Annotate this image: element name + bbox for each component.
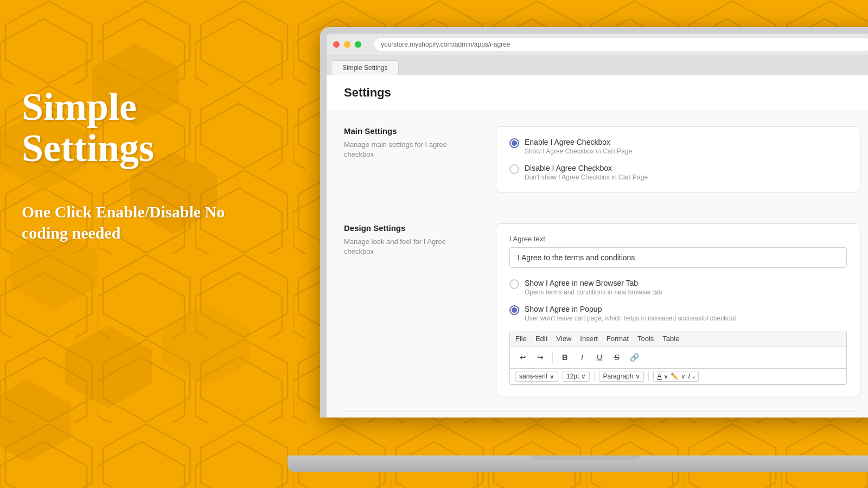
- minimize-dot[interactable]: [344, 41, 350, 48]
- popup-text: Show I Agree in Popup User won't leave c…: [525, 305, 736, 322]
- popup-label: Show I Agree in Popup: [525, 305, 736, 313]
- popup-sublabel: User won't leave cart page, which helps …: [525, 314, 736, 322]
- disable-label: Disable I Agree Checkbox: [525, 164, 648, 172]
- menu-tools[interactable]: Tools: [637, 333, 654, 344]
- editor-menubar: File Edit View Insert Format Tools Table: [510, 331, 846, 346]
- close-dot[interactable]: [333, 41, 340, 48]
- enable-radio[interactable]: [509, 138, 519, 148]
- agree-text-input[interactable]: I Agree to the terms and conditions: [509, 247, 847, 268]
- format-divider-2: [648, 371, 649, 381]
- menu-view[interactable]: View: [556, 333, 571, 344]
- menu-format[interactable]: Format: [607, 333, 629, 344]
- browser-bar: yourstore.myshopify.com/admin/apps/i-agr…: [327, 34, 868, 55]
- tab-bar: Simple Settings: [327, 55, 868, 75]
- design-settings-title: Design Settings: [344, 223, 474, 233]
- subtitle: One Click Enable/Disable No coding neede…: [22, 201, 260, 243]
- menu-file[interactable]: File: [515, 333, 527, 344]
- main-settings-desc: Manage main settings for I agree checkbo…: [344, 140, 474, 159]
- toolbar-divider-1: [552, 351, 553, 363]
- design-settings-section: Design Settings Manage look and feel for…: [344, 208, 860, 412]
- maximize-dot[interactable]: [355, 41, 361, 48]
- enable-text: Enable I Agree Checkbox Show I Agree Che…: [525, 138, 632, 155]
- underline-button[interactable]: U: [592, 350, 607, 365]
- main-settings-options: Enable I Agree Checkbox Show I Agree Che…: [496, 126, 860, 192]
- main-settings-title: Main Settings: [344, 126, 474, 136]
- editor-toolbar: ↩ ↪ B I U S 🔗: [510, 346, 846, 369]
- undo-button[interactable]: ↩: [515, 350, 531, 365]
- paragraph-select[interactable]: Paragraph ∨: [599, 371, 644, 382]
- new-tab-option[interactable]: Show I Agree in new Browser Tab Opens te…: [509, 279, 847, 296]
- design-settings-desc: Manage look and feel for I Agree checkbo…: [344, 237, 474, 256]
- laptop-base: [288, 455, 868, 472]
- menu-insert[interactable]: Insert: [580, 333, 598, 344]
- disable-option[interactable]: Disable I Agree Checkbox Don't show I Ag…: [509, 164, 847, 181]
- main-settings-left: Main Settings Manage main settings for I…: [344, 126, 474, 192]
- menu-table[interactable]: Table: [662, 333, 679, 344]
- url-bar[interactable]: yourstore.myshopify.com/admin/apps/i-agr…: [374, 38, 868, 51]
- strikethrough-button[interactable]: S: [609, 350, 624, 365]
- page-content: Settings Main Settings Manage main setti…: [327, 75, 868, 418]
- left-panel: Simple Settings One Click Enable/Disable…: [22, 87, 260, 243]
- italic-button[interactable]: I: [575, 350, 590, 365]
- bold-button[interactable]: B: [557, 350, 572, 365]
- new-tab-text: Show I Agree in new Browser Tab Opens te…: [525, 279, 662, 296]
- font-size-select[interactable]: 12pt ∨: [563, 371, 590, 382]
- page-title: Settings: [344, 86, 860, 100]
- redo-button[interactable]: ↪: [533, 350, 548, 365]
- rich-text-editor: File Edit View Insert Format Tools Table: [509, 331, 847, 385]
- enable-label: Enable I Agree Checkbox: [525, 138, 632, 146]
- text-color-select[interactable]: A ∨ ✏️ ∨ I ₓ: [653, 371, 698, 382]
- disable-sublabel: Don't show I Agree Checkbox in Cart Page: [525, 174, 648, 181]
- popup-radio[interactable]: [509, 305, 519, 315]
- editor-format-bar: sans-serif ∨ 12pt ∨ Parag: [510, 369, 846, 384]
- settings-body: Main Settings Manage main settings for I…: [327, 111, 868, 412]
- new-tab-radio[interactable]: [509, 279, 519, 289]
- design-settings-right: I Agree text I Agree to the terms and co…: [496, 223, 860, 396]
- laptop-wrapper: yourstore.myshopify.com/admin/apps/i-agr…: [288, 27, 868, 472]
- browser-tab[interactable]: Simple Settings: [331, 60, 399, 75]
- laptop-screen: yourstore.myshopify.com/admin/apps/i-agr…: [327, 34, 868, 418]
- enable-sublabel: Show I Agree Checkbox in Cart Page: [525, 147, 632, 155]
- link-button[interactable]: 🔗: [627, 350, 642, 365]
- popup-option[interactable]: Show I Agree in Popup User won't leave c…: [509, 305, 847, 322]
- main-settings-section: Main Settings Manage main settings for I…: [344, 111, 860, 208]
- enable-option[interactable]: Enable I Agree Checkbox Show I Agree Che…: [509, 138, 847, 155]
- page-header: Settings: [327, 75, 868, 111]
- laptop-hinge: [532, 455, 640, 460]
- disable-text: Disable I Agree Checkbox Don't show I Ag…: [525, 164, 648, 181]
- field-label: I Agree text: [509, 235, 847, 243]
- disable-radio[interactable]: [509, 164, 519, 174]
- format-divider: [594, 371, 595, 381]
- laptop-screen-frame: yourstore.myshopify.com/admin/apps/i-agr…: [320, 27, 868, 418]
- font-family-select[interactable]: sans-serif ∨: [515, 371, 558, 382]
- new-tab-sublabel: Opens terms and conditions in new browse…: [525, 288, 662, 296]
- main-title: Simple Settings: [22, 87, 260, 169]
- menu-edit[interactable]: Edit: [535, 333, 547, 344]
- new-tab-label: Show I Agree in new Browser Tab: [525, 279, 662, 287]
- design-settings-left: Design Settings Manage look and feel for…: [344, 223, 474, 396]
